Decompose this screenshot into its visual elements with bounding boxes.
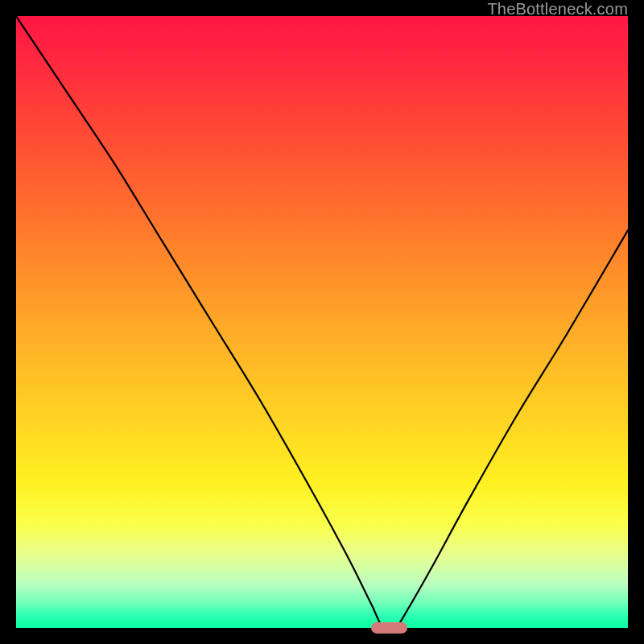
- bottleneck-curve: [16, 16, 628, 628]
- chart-frame: TheBottleneck.com: [0, 0, 644, 644]
- curve-svg: [16, 16, 628, 628]
- plot-area: [16, 16, 628, 628]
- watermark-text: TheBottleneck.com: [487, 0, 628, 19]
- optimal-range-marker: [371, 622, 408, 634]
